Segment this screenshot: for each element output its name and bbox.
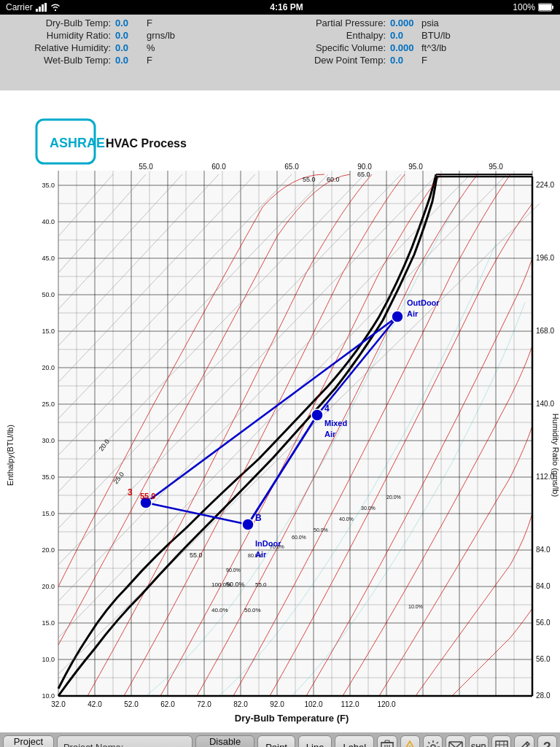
status-bar: Carrier 4:16 PM 100% (0, 0, 560, 15)
svg-text:4: 4 (324, 403, 330, 414)
mail-icon-button[interactable] (446, 735, 465, 747)
svg-text:20.0: 20.0 (42, 364, 55, 371)
shr-label: SHR (471, 743, 486, 748)
svg-line-179 (526, 743, 528, 746)
svg-text:40.0%: 40.0% (211, 607, 228, 614)
svg-rect-174 (496, 741, 508, 747)
point-1[interactable] (392, 311, 403, 322)
svg-text:15.0: 15.0 (42, 619, 55, 627)
svg-text:50.0%: 50.0% (226, 581, 245, 588)
humidity-ratio-label: Humidity Ratio: (6, 30, 115, 41)
specific-volume-unit: ft^3/lb (421, 42, 446, 53)
svg-text:90.0%: 90.0% (226, 568, 241, 573)
svg-text:28.0: 28.0 (536, 692, 551, 700)
wet-bulb-label: Wet-Bulb Temp: (6, 55, 115, 66)
svg-text:Air: Air (407, 309, 419, 318)
wet-bulb-unit: F (147, 55, 152, 66)
disable-scroll-button[interactable]: Disable Scroll (195, 735, 254, 747)
svg-text:10.0: 10.0 (42, 692, 55, 700)
time-display: 4:16 PM (270, 2, 303, 12)
svg-text:95.0: 95.0 (489, 163, 503, 171)
help-icon-button[interactable]: ? (537, 735, 557, 747)
dry-bulb-value: 0.0 (115, 18, 144, 28)
info-panel: Dry-Bulb Temp: 0.0 F Humidity Ratio: 0.0… (0, 15, 560, 90)
relative-humidity-row: Relative Humidity: 0.0 % (6, 42, 279, 53)
svg-text:168.0: 168.0 (536, 327, 554, 335)
point-4[interactable] (311, 409, 323, 421)
svg-text:72.0: 72.0 (197, 700, 211, 708)
svg-rect-3 (44, 3, 47, 12)
svg-text:10.0%: 10.0% (408, 604, 423, 609)
humidity-ratio-row: Humidity Ratio: 0.0 grns/lb (6, 30, 279, 41)
svg-text:196.0: 196.0 (536, 254, 554, 262)
grid-icon-button[interactable] (491, 735, 511, 747)
pencil-icon-button[interactable] (514, 735, 534, 747)
gear-icon-button[interactable] (423, 735, 443, 747)
svg-text:55.0: 55.0 (303, 176, 316, 183)
wifi-icon (50, 3, 61, 12)
svg-text:InDoor: InDoor (255, 539, 281, 548)
svg-text:65.0: 65.0 (357, 171, 370, 178)
shr-icon-button[interactable]: SHR (469, 735, 489, 747)
svg-text:40.0%: 40.0% (339, 516, 354, 522)
svg-text:15.0: 15.0 (42, 328, 55, 335)
enthalpy-row: Enthalpy: 0.0 BTU/lb (281, 30, 554, 41)
specific-volume-row: Specific Volume: 0.000 ft^3/lb (281, 42, 554, 53)
grid-icon (495, 740, 508, 747)
svg-text:55.0: 55.0 (190, 551, 203, 559)
dry-bulb-row: Dry-Bulb Temp: 0.0 F (6, 18, 279, 28)
mail-icon (448, 741, 463, 747)
project-list-button[interactable]: Project List (3, 735, 54, 747)
line-button[interactable]: Line (298, 735, 332, 747)
partial-pressure-label: Partial Pressure: (281, 18, 390, 28)
humidity-ratio-value: 0.0 (115, 30, 144, 41)
svg-text:20.0: 20.0 (42, 583, 55, 590)
svg-text:Humidity Ratio (gms/lb): Humidity Ratio (gms/lb) (551, 414, 560, 497)
svg-text:55.0: 55.0 (255, 581, 267, 588)
svg-text:30.0: 30.0 (42, 437, 55, 444)
svg-text:95.0: 95.0 (408, 163, 423, 171)
humidity-ratio-unit: grns/lb (147, 30, 175, 41)
svg-text:60.0: 60.0 (327, 176, 340, 183)
svg-text:56.0: 56.0 (536, 655, 551, 663)
svg-rect-1 (39, 7, 41, 12)
svg-text:Mixed: Mixed (324, 419, 347, 427)
point-2[interactable] (242, 519, 254, 530)
svg-text:25.0: 25.0 (42, 400, 55, 408)
svg-text:3: 3 (128, 487, 133, 498)
svg-text:90.0: 90.0 (357, 163, 372, 171)
svg-text:15.0: 15.0 (42, 510, 55, 517)
help-label: ? (543, 740, 551, 748)
svg-text:50.0: 50.0 (42, 291, 55, 298)
svg-rect-173 (449, 742, 462, 747)
point-button[interactable]: Point (257, 735, 295, 747)
svg-text:Air: Air (324, 430, 336, 438)
wet-bulb-value: 0.0 (115, 55, 144, 66)
partial-pressure-row: Partial Pressure: 0.000 psia (281, 18, 554, 28)
svg-text:112.0: 112.0 (536, 473, 554, 481)
svg-rect-5 (552, 6, 553, 9)
label-button[interactable]: Label (335, 735, 374, 747)
svg-text:65.0: 65.0 (284, 163, 299, 171)
relative-humidity-unit: % (147, 42, 155, 53)
trash-icon-button[interactable] (377, 735, 397, 747)
carrier-text: Carrier (6, 2, 33, 12)
svg-text:92.0: 92.0 (270, 700, 284, 708)
partial-pressure-value: 0.000 (390, 18, 419, 28)
svg-text:42.0: 42.0 (88, 700, 102, 708)
warning-icon-button[interactable]: ! (400, 735, 420, 747)
svg-text:!: ! (408, 744, 411, 747)
svg-text:82.0: 82.0 (233, 700, 248, 708)
psychrometric-chart[interactable]: ASHRAE HVAC Process Enthalpy(BTU/lb) Hum… (0, 90, 560, 732)
svg-text:Dry-Bulb Temperature (F): Dry-Bulb Temperature (F) (235, 713, 349, 724)
svg-text:35.0: 35.0 (42, 182, 55, 189)
chart-area[interactable]: ASHRAE HVAC Process Enthalpy(BTU/lb) Hum… (0, 90, 560, 732)
svg-text:HVAC Process: HVAC Process (106, 137, 187, 150)
svg-text:ASHRAE: ASHRAE (50, 136, 105, 150)
project-name-input[interactable] (57, 735, 192, 747)
relative-humidity-value: 0.0 (115, 42, 144, 53)
svg-text:55.0: 55.0 (139, 163, 153, 171)
svg-rect-0 (36, 9, 38, 12)
dew-point-unit: F (421, 55, 427, 66)
info-col-left: Dry-Bulb Temp: 0.0 F Humidity Ratio: 0.0… (6, 18, 279, 88)
